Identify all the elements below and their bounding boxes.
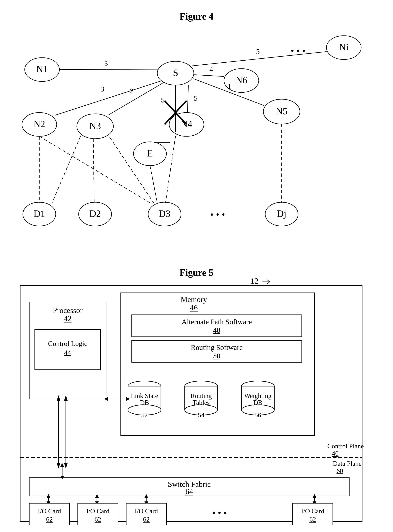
svg-text:Processor: Processor xyxy=(53,306,83,315)
svg-text:62: 62 xyxy=(94,516,101,523)
svg-text:N5: N5 xyxy=(276,106,287,116)
svg-text:S: S xyxy=(173,68,178,78)
svg-line-51 xyxy=(150,166,157,203)
svg-text:I/O Card: I/O Card xyxy=(301,507,324,515)
svg-text:N6: N6 xyxy=(236,75,247,85)
svg-line-30 xyxy=(55,80,162,115)
svg-text:Tables: Tables xyxy=(192,399,210,406)
figure4-diagram: S N1 N2 N3 N4 N5 N6 Ni E D1 D2 D3 xyxy=(11,22,382,253)
svg-text:5: 5 xyxy=(194,94,197,102)
svg-text:3: 3 xyxy=(101,85,104,93)
svg-text:62: 62 xyxy=(46,516,53,523)
svg-text:Weighting: Weighting xyxy=(244,392,271,399)
svg-line-47 xyxy=(39,136,150,203)
svg-text:Data Plane: Data Plane xyxy=(333,460,362,467)
svg-text:48: 48 xyxy=(213,326,220,334)
svg-text:44: 44 xyxy=(64,349,71,357)
svg-text:60: 60 xyxy=(336,467,343,475)
svg-text:2: 2 xyxy=(130,87,133,95)
svg-text:52: 52 xyxy=(141,411,148,419)
svg-text:I/O Card: I/O Card xyxy=(38,507,61,515)
svg-line-40 xyxy=(193,75,224,76)
svg-text:DB: DB xyxy=(140,399,149,406)
svg-text:I/O Card: I/O Card xyxy=(135,507,158,515)
svg-text:Link State: Link State xyxy=(131,392,158,399)
svg-text:D3: D3 xyxy=(159,209,170,219)
svg-text:Alternate Path Software: Alternate Path Software xyxy=(182,318,252,326)
svg-text:•  •  •: • • • xyxy=(212,508,227,518)
svg-text:E: E xyxy=(147,148,153,159)
svg-text:1: 1 xyxy=(228,82,231,90)
svg-text:N1: N1 xyxy=(36,64,48,74)
svg-text:50: 50 xyxy=(213,352,220,360)
svg-text:N3: N3 xyxy=(89,121,101,131)
figure5-title: Figure 5 xyxy=(0,267,393,278)
svg-text:Control Plane: Control Plane xyxy=(327,443,364,450)
svg-line-52 xyxy=(166,136,176,203)
svg-text:56: 56 xyxy=(255,411,261,419)
svg-line-49 xyxy=(93,139,94,203)
svg-text:D2: D2 xyxy=(89,209,101,219)
svg-text:Routing Software: Routing Software xyxy=(191,343,242,352)
figure4-title: Figure 4 xyxy=(0,11,393,22)
svg-text:I/O Card: I/O Card xyxy=(86,507,109,515)
figure5-diagram: Control Plane 40 Data Plane 60 Memory 46… xyxy=(18,284,373,525)
svg-line-32 xyxy=(108,82,165,115)
svg-text:46: 46 xyxy=(190,303,198,312)
svg-text:Memory: Memory xyxy=(181,295,207,303)
svg-text:54: 54 xyxy=(198,411,204,419)
svg-text:4: 4 xyxy=(209,65,213,73)
svg-text:D1: D1 xyxy=(34,209,45,219)
svg-text:Ni: Ni xyxy=(339,42,349,52)
svg-text:3: 3 xyxy=(104,59,108,68)
svg-text:DB: DB xyxy=(253,399,262,406)
svg-text:42: 42 xyxy=(64,314,72,323)
svg-line-28 xyxy=(59,69,158,70)
page: Figure 4 S N1 N2 N3 N4 N5 N6 Ni E D1 xyxy=(0,0,393,532)
svg-text:64: 64 xyxy=(185,487,193,496)
svg-text:Dj: Dj xyxy=(277,209,286,219)
svg-text:Control Logic: Control Logic xyxy=(48,340,87,347)
svg-text:5: 5 xyxy=(256,47,260,56)
svg-line-38 xyxy=(187,85,188,113)
svg-text:•  •  •: • • • xyxy=(210,209,225,220)
svg-text:Routing: Routing xyxy=(191,392,212,399)
svg-text:62: 62 xyxy=(143,516,150,523)
svg-text:40: 40 xyxy=(332,450,339,457)
svg-text:N2: N2 xyxy=(34,119,45,129)
svg-text:62: 62 xyxy=(309,516,316,523)
svg-text:5: 5 xyxy=(161,96,165,104)
